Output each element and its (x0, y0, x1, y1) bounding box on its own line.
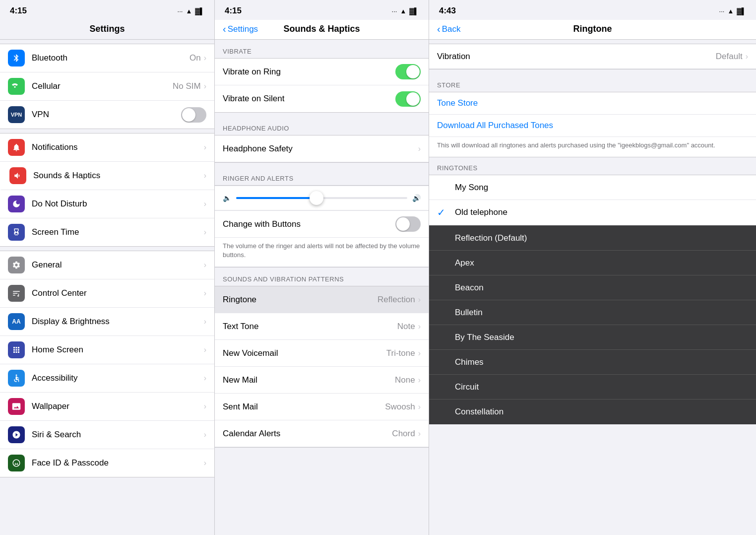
tone-store-link[interactable]: Tone Store (437, 98, 478, 108)
ringtone-apex[interactable]: Apex (429, 251, 756, 275)
home-screen-icon (8, 341, 25, 358)
new-mail-label: New Mail (223, 375, 395, 385)
tone-store-row[interactable]: Tone Store (429, 92, 756, 115)
sent-mail-label: Sent Mail (223, 402, 385, 412)
screen-time-icon (8, 224, 25, 241)
ringtone-chevron: › (418, 295, 421, 304)
vibrate-on-silent-row[interactable]: Vibrate on Silent (215, 85, 429, 112)
screen-time-label: Screen Time (32, 227, 204, 237)
vpn-toggle[interactable] (181, 107, 206, 123)
vpn-label: VPN (32, 110, 181, 120)
my-song-name: My Song (455, 183, 748, 193)
wifi-icon-2: ▲ (400, 7, 406, 15)
vibrate-on-ring-row[interactable]: Vibrate on Ring (215, 59, 429, 85)
accessibility-label: Accessibility (32, 373, 204, 383)
accessibility-chevron: › (204, 374, 206, 383)
ringtone-back-button[interactable]: ‹ Back (437, 24, 460, 34)
change-with-buttons-toggle[interactable] (395, 216, 421, 232)
constellation-name: Constellation (455, 407, 748, 417)
ringtone-reflection[interactable]: Reflection (Default) (429, 226, 756, 251)
new-mail-row[interactable]: New Mail None › (215, 367, 429, 394)
face-id-row[interactable]: Face ID & Passcode › (0, 449, 214, 477)
text-tone-row[interactable]: Text Tone Note › (215, 313, 429, 340)
volume-high-icon: 🔊 (412, 194, 421, 202)
ringtone-row[interactable]: Ringtone Reflection › (215, 286, 429, 313)
sounds-content[interactable]: VIBRATE Vibrate on Ring Vibrate on Silen… (215, 40, 429, 535)
status-time-3: 4:43 (439, 6, 456, 16)
calendar-alerts-label: Calendar Alerts (223, 429, 392, 439)
display-icon: AA (8, 313, 25, 330)
battery-icon-3: ▓▌ (737, 7, 746, 15)
status-bar-1: 4:15 ··· ▲ ▓▌ (0, 0, 214, 20)
sounds-nav: ‹ Settings Sounds & Haptics (215, 20, 429, 40)
ringtone-back-label: Back (442, 24, 461, 34)
signal-icon-2: ··· (392, 7, 397, 15)
notifications-row[interactable]: Notifications › (0, 134, 214, 162)
vibrate-on-silent-toggle[interactable] (395, 91, 421, 107)
general-row[interactable]: General › (0, 251, 214, 279)
display-brightness-row[interactable]: AA Display & Brightness › (0, 308, 214, 336)
calendar-alerts-row[interactable]: Calendar Alerts Chord › (215, 420, 429, 447)
status-icons-3: ··· ▲ ▓▌ (719, 7, 746, 15)
ringer-slider-thumb[interactable] (310, 191, 323, 205)
control-center-label: Control Center (32, 288, 204, 298)
sounds-back-button[interactable]: ‹ Settings (223, 24, 258, 34)
ringtone-constellation[interactable]: Constellation (429, 400, 756, 424)
sounds-haptics-row[interactable]: Sounds & Haptics › (0, 162, 214, 190)
chimes-name: Chimes (455, 357, 748, 367)
beacon-name: Beacon (455, 283, 748, 293)
vibrate-header: VIBRATE (215, 40, 429, 58)
siri-chevron: › (204, 430, 206, 439)
ringtone-by-the-seaside[interactable]: By The Seaside (429, 325, 756, 350)
back-chevron-icon: ‹ (223, 24, 226, 34)
vibrate-on-ring-toggle[interactable] (395, 64, 421, 79)
ringtone-my-song[interactable]: My Song (429, 175, 756, 200)
ringer-header: RINGER AND ALERTS (215, 167, 429, 185)
home-screen-row[interactable]: Home Screen › (0, 336, 214, 364)
ringtone-old-telephone[interactable]: ✓ Old telephone (429, 200, 756, 225)
headphone-safety-chevron: › (418, 144, 421, 153)
settings-group-connectivity: Bluetooth On › Cellular No SIM › VPN VPN (0, 44, 214, 129)
download-all-link[interactable]: Download All Purchased Tones (437, 121, 553, 130)
download-all-row[interactable]: Download All Purchased Tones (429, 115, 756, 137)
ringtone-beacon[interactable]: Beacon (429, 275, 756, 300)
screen-time-chevron: › (204, 228, 206, 237)
ringtone-bulletin[interactable]: Bulletin (429, 300, 756, 325)
ringtones-header: RINGTONES (429, 157, 756, 175)
new-voicemail-value: Tri-tone (386, 348, 415, 358)
ringer-slider-track[interactable] (236, 197, 407, 199)
home-screen-chevron: › (204, 345, 206, 354)
settings-content[interactable]: Bluetooth On › Cellular No SIM › VPN VPN (0, 40, 214, 535)
vibration-row[interactable]: Vibration Default › (429, 44, 756, 69)
new-voicemail-row[interactable]: New Voicemail Tri-tone › (215, 340, 429, 367)
accessibility-row[interactable]: Accessibility › (0, 364, 214, 393)
battery-icon-1: ▓▌ (195, 7, 204, 15)
cellular-row[interactable]: Cellular No SIM › (0, 72, 214, 101)
vpn-row[interactable]: VPN VPN (0, 101, 214, 129)
screen-time-row[interactable]: Screen Time › (0, 218, 214, 246)
store-header: STORE (429, 73, 756, 92)
wallpaper-row[interactable]: Wallpaper › (0, 393, 214, 421)
new-voicemail-label: New Voicemail (223, 348, 386, 358)
notifications-chevron: › (204, 143, 206, 152)
do-not-disturb-row[interactable]: Do Not Disturb › (0, 190, 214, 218)
cellular-label: Cellular (32, 81, 173, 91)
ringtone-content[interactable]: Vibration Default › STORE Tone Store Dow… (429, 40, 756, 535)
spacer-1 (0, 40, 214, 44)
cellular-icon (8, 78, 25, 95)
sounds-title: Sounds & Haptics (283, 24, 360, 34)
control-center-row[interactable]: Control Center › (0, 279, 214, 308)
ringtone-chimes[interactable]: Chimes (429, 350, 756, 375)
ringtone-circuit[interactable]: Circuit (429, 375, 756, 400)
bluetooth-row[interactable]: Bluetooth On › (0, 44, 214, 72)
sent-mail-row[interactable]: Sent Mail Swoosh › (215, 394, 429, 420)
ringer-note: The volume of the ringer and alerts will… (215, 238, 429, 267)
wallpaper-icon (8, 398, 25, 415)
face-id-icon (8, 455, 25, 471)
bulletin-name: Bulletin (455, 308, 748, 318)
settings-group-more: General › Control Center › AA Display & … (0, 251, 214, 477)
headphone-safety-row[interactable]: Headphone Safety › (215, 135, 429, 162)
change-with-buttons-row[interactable]: Change with Buttons (215, 211, 429, 238)
ringer-slider-row[interactable]: 🔈 🔊 (223, 194, 421, 202)
siri-search-row[interactable]: Siri & Search › (0, 421, 214, 449)
